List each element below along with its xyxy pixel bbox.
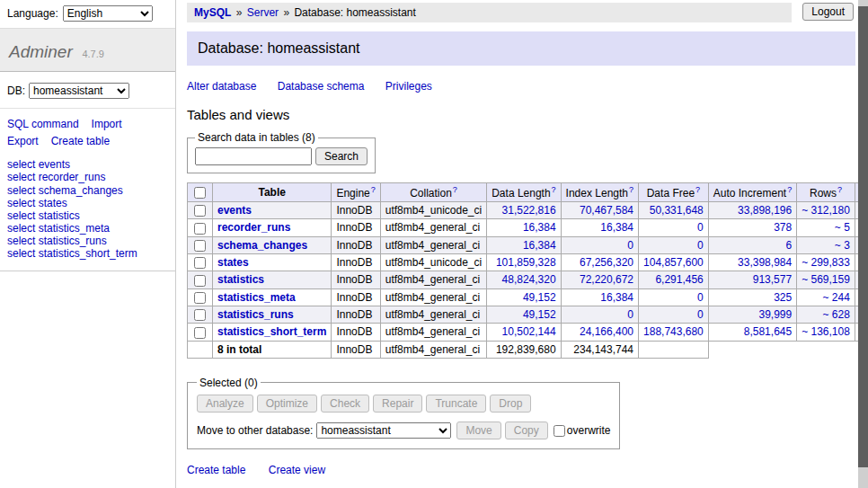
table-link[interactable]: recorder_runs: [217, 221, 290, 234]
scrollbar[interactable]: [858, 0, 868, 488]
breadcrumb-separator: »: [283, 6, 289, 19]
database-schema-link[interactable]: Database schema: [278, 80, 365, 93]
row-checkbox[interactable]: [194, 240, 206, 252]
sidebar-table-list: select eventsselect recorder_runsselect …: [0, 158, 175, 271]
move-database-select[interactable]: homeassistant: [316, 422, 451, 439]
data-length-cell: 48,824,320: [487, 271, 561, 288]
sidebar-table-item: select recorder_runs: [7, 171, 168, 183]
privileges-link[interactable]: Privileges: [385, 80, 432, 93]
rows-cell[interactable]: ~ 136,108: [797, 324, 855, 341]
engine-cell: InnoDB: [332, 219, 380, 236]
search-input[interactable]: [195, 147, 312, 165]
sidebar-table-link[interactable]: select states: [7, 197, 67, 209]
engine-cell: InnoDB: [332, 253, 380, 271]
scrollbar-thumb[interactable]: [858, 6, 868, 467]
select-all-cell: [188, 183, 213, 202]
rows-cell[interactable]: ~ 299,833: [797, 253, 855, 271]
table-name-cell: recorder_runs: [213, 219, 332, 236]
adminer-brand: Adminer 4.7.9: [0, 28, 175, 72]
help-link[interactable]: ?: [453, 185, 457, 194]
table-link[interactable]: events: [217, 204, 252, 217]
table-row: statistics_short_termInnoDButf8mb4_gener…: [188, 324, 868, 341]
main-content: MySQL » Server » Database: homeassistant…: [176, 0, 868, 488]
sidebar-table-item: select statistics_runs: [7, 235, 168, 247]
create-links: Create table Create view: [187, 464, 855, 476]
row-checkbox[interactable]: [194, 275, 206, 287]
table-link[interactable]: statistics_short_term: [217, 325, 326, 338]
rows-cell[interactable]: ~ 3: [797, 236, 855, 253]
rows-cell[interactable]: ~ 312,180: [797, 202, 855, 219]
sidebar-table-link[interactable]: select statistics_short_term: [7, 247, 137, 260]
db-select[interactable]: homeassistant: [29, 83, 129, 99]
table-link[interactable]: statistics_runs: [217, 308, 294, 321]
sidebar-link-create-table[interactable]: Create table: [51, 135, 110, 147]
language-select[interactable]: English: [63, 5, 153, 22]
optimize-button[interactable]: Optimize: [257, 395, 317, 413]
check-button[interactable]: Check: [321, 395, 369, 413]
index-length-cell: 72,220,672: [561, 271, 638, 288]
data-free-cell: 50,331,648: [639, 202, 709, 219]
table-link[interactable]: statistics: [217, 273, 264, 286]
data-free-cell: 0: [639, 306, 709, 323]
sidebar-link-export[interactable]: Export: [7, 135, 39, 147]
rows-cell[interactable]: ~ 244: [797, 288, 855, 306]
help-link[interactable]: ?: [629, 185, 633, 194]
create-table-link[interactable]: Create table: [187, 464, 245, 476]
sidebar-table-item: select statistics: [7, 209, 168, 222]
sidebar-table-link[interactable]: select schema_changes: [7, 184, 123, 197]
total-index-length-cell: 234,143,744: [561, 341, 638, 358]
breadcrumb-link-server[interactable]: Server: [247, 6, 279, 19]
column-header-index-length: Index Length?: [561, 183, 638, 202]
sidebar-table-link[interactable]: select events: [7, 158, 70, 171]
row-checkbox[interactable]: [194, 223, 206, 235]
row-checkbox[interactable]: [194, 205, 206, 217]
row-checkbox[interactable]: [194, 327, 206, 339]
help-link[interactable]: ?: [837, 185, 842, 194]
sidebar-table-link[interactable]: select recorder_runs: [7, 171, 105, 183]
alter-database-link[interactable]: Alter database: [187, 80, 256, 93]
move-button[interactable]: Move: [456, 421, 500, 439]
data-free-cell: 104,857,600: [639, 253, 709, 271]
column-header-rows: Rows?: [797, 183, 855, 202]
total-data-length-cell: 192,839,680: [487, 341, 561, 358]
row-checkbox[interactable]: [194, 309, 206, 321]
table-link[interactable]: statistics_meta: [217, 291, 296, 304]
topbar: MySQL » Server » Database: homeassistant…: [187, 3, 855, 22]
sidebar-link-sql-command[interactable]: SQL command: [7, 118, 79, 130]
help-link[interactable]: ?: [552, 185, 556, 194]
select-all-checkbox[interactable]: [194, 187, 206, 199]
move-label: Move to other database:: [197, 424, 313, 437]
help-link[interactable]: ?: [371, 185, 376, 194]
logout-button[interactable]: Logout: [802, 3, 854, 21]
row-checkbox[interactable]: [194, 292, 206, 304]
sidebar-link-import[interactable]: Import: [92, 118, 122, 130]
sidebar-table-link[interactable]: select statistics_meta: [7, 222, 110, 235]
repair-button[interactable]: Repair: [373, 395, 422, 413]
overwrite-checkbox[interactable]: [554, 425, 565, 437]
drop-button[interactable]: Drop: [490, 395, 531, 413]
tables-and-views-heading: Tables and views: [187, 107, 855, 122]
table-link[interactable]: states: [217, 256, 249, 269]
auto-increment-cell: 33,398,984: [708, 253, 796, 271]
row-checkbox[interactable]: [194, 257, 206, 269]
sidebar-table-link[interactable]: select statistics_runs: [7, 235, 107, 247]
sidebar-table-link[interactable]: select statistics: [7, 209, 80, 222]
help-link[interactable]: ?: [695, 185, 700, 194]
search-button[interactable]: Search: [315, 147, 368, 165]
truncate-button[interactable]: Truncate: [426, 395, 486, 413]
help-link[interactable]: ?: [787, 185, 792, 194]
table-name-cell: statistics_runs: [213, 306, 332, 323]
copy-button[interactable]: Copy: [505, 421, 548, 439]
collation-cell: utf8mb4_general_ci: [380, 324, 486, 341]
create-view-link[interactable]: Create view: [269, 464, 325, 476]
breadcrumb-link-mysql[interactable]: MySQL: [194, 6, 231, 19]
table-row: statesInnoDButf8mb4_unicode_ci101,859,32…: [188, 253, 868, 271]
rows-cell[interactable]: ~ 569,159: [797, 271, 855, 288]
row-checkbox-cell: [188, 288, 213, 306]
page-title: Database: homeassistant: [187, 31, 855, 66]
analyze-button[interactable]: Analyze: [197, 395, 253, 413]
data-length-cell: 10,502,144: [487, 324, 561, 341]
rows-cell[interactable]: ~ 5: [797, 219, 855, 236]
rows-cell[interactable]: ~ 628: [797, 306, 855, 323]
table-link[interactable]: schema_changes: [217, 239, 307, 252]
